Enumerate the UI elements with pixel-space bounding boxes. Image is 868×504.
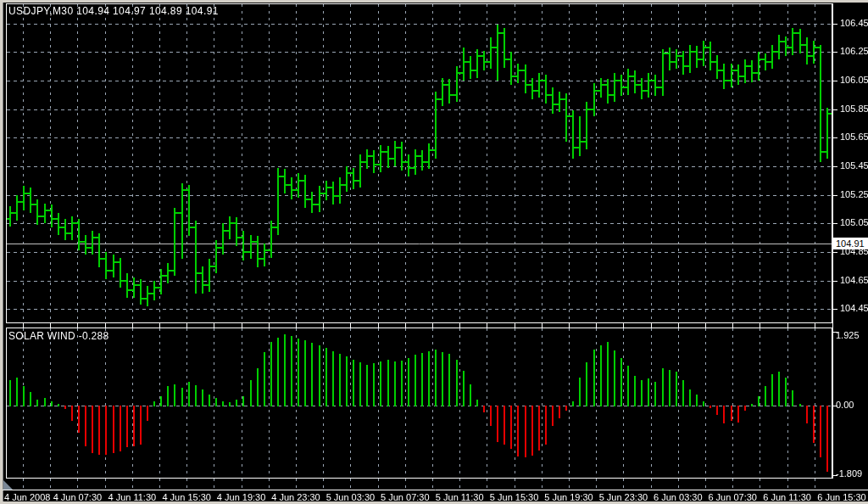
- time-axis-label: 5 Jun 07:30: [381, 492, 430, 502]
- time-axis-label: 6 Jun 15:30: [817, 492, 866, 502]
- time-axis-label: 5 Jun 03:30: [326, 492, 376, 502]
- price-axis-label: 106.25: [840, 46, 868, 56]
- price-axis-label: 106.45: [840, 18, 868, 28]
- price-axis-label: 104.45: [840, 303, 868, 313]
- indicator-axis-label: 0.00: [836, 400, 854, 410]
- price-axis-label: 105.85: [840, 104, 868, 114]
- chart-window: USDJPY,M30 104.94 104.97 104.89 104.91 S…: [0, 0, 868, 504]
- time-axis-label: 4 Jun 11:30: [108, 492, 156, 502]
- time-axis-label: 6 Jun 07:30: [708, 492, 757, 502]
- current-price-tag: 104.91: [833, 238, 868, 249]
- time-axis-label: 6 Jun 11:30: [763, 492, 811, 502]
- indicator-axis-label: -1.809: [836, 468, 862, 479]
- time-axis-label: 5 Jun 23:30: [599, 492, 648, 502]
- price-axis-label: 104.65: [840, 275, 868, 285]
- time-axis-label: 4 Jun 19:30: [217, 492, 266, 502]
- time-axis-label: 5 Jun 19:30: [544, 492, 593, 502]
- time-axis-label: 5 Jun 15:30: [490, 492, 539, 502]
- time-axis-label: 6 Jun 03:30: [654, 492, 703, 502]
- time-axis-label: 4 Jun 07:30: [53, 492, 103, 502]
- price-chart-canvas[interactable]: [0, 0, 868, 504]
- chart-title-readout: USDJPY,M30 104.94 104.97 104.89 104.91: [8, 5, 219, 17]
- time-axis-label: 4 Jun 23:30: [271, 492, 320, 502]
- price-axis-label: 105.25: [840, 189, 868, 199]
- price-axis-label: 105.45: [840, 160, 868, 171]
- indicator-label: SOLAR WIND -0.288: [8, 330, 108, 342]
- time-axis-label: 5 Jun 11:30: [436, 492, 484, 502]
- price-axis-label: 106.05: [840, 75, 868, 85]
- indicator-axis-label: 1.925: [836, 330, 860, 340]
- time-axis-label: 4 Jun 2008: [4, 492, 50, 502]
- price-axis-label: 105.65: [840, 132, 868, 142]
- time-axis-label: 4 Jun 15:30: [162, 492, 211, 502]
- price-axis-label: 105.05: [840, 217, 868, 227]
